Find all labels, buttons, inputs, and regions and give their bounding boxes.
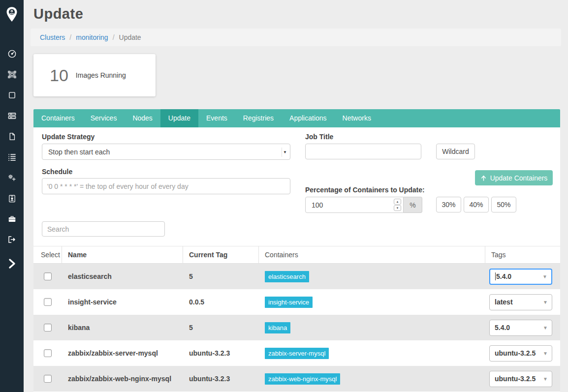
container-badge: elasticsearch bbox=[265, 271, 309, 282]
sidebar-nav bbox=[0, 43, 24, 277]
image-name: elasticsearch bbox=[62, 264, 183, 289]
table-row: insight-service 0.0.5 insight-service la… bbox=[33, 289, 560, 315]
container-badge: zabbix-server-mysql bbox=[265, 348, 329, 359]
tag-select-value: ubuntu-3.2.5 bbox=[495, 349, 536, 357]
number-spinner: ▲ ▼ bbox=[394, 199, 401, 211]
row-select-checkbox[interactable] bbox=[44, 298, 52, 306]
tab-nodes[interactable]: Nodes bbox=[125, 109, 160, 127]
table-row: kibana 5 kibana 5.4.0 ▼ bbox=[33, 315, 560, 340]
briefcase-icon[interactable] bbox=[0, 209, 24, 229]
current-tag: 5 bbox=[183, 264, 259, 289]
percentage-value[interactable]: 100 bbox=[312, 201, 323, 209]
tag-select[interactable]: 5.4.0 ▼ bbox=[489, 320, 552, 336]
tab-events[interactable]: Events bbox=[198, 109, 235, 127]
search-input[interactable] bbox=[42, 221, 165, 237]
image-name: insight-service bbox=[62, 289, 183, 315]
job-title-label: Job Title bbox=[305, 133, 333, 141]
tag-select-value: ubuntu-3.2.5 bbox=[495, 375, 536, 383]
id-card-icon[interactable] bbox=[0, 188, 24, 209]
breadcrumb-item-monitoring[interactable]: monitoring bbox=[76, 33, 108, 41]
row-select-checkbox[interactable] bbox=[44, 272, 52, 280]
tag-select-value: latest bbox=[495, 298, 513, 306]
preset-40-button[interactable]: 40% bbox=[464, 197, 489, 212]
tag-select[interactable]: latest ▼ bbox=[489, 294, 552, 310]
wildcard-button[interactable]: Wildcard bbox=[436, 144, 475, 159]
containers-cell: kibana bbox=[259, 315, 485, 340]
percent-presets: 30%40%50% bbox=[436, 197, 516, 212]
preset-30-button[interactable]: 30% bbox=[436, 197, 461, 212]
container-badge: kibana bbox=[265, 322, 290, 333]
schedule-input[interactable] bbox=[42, 178, 290, 194]
column-header-containers: Containers bbox=[259, 246, 485, 263]
current-tag: 5 bbox=[183, 315, 259, 340]
tab-containers[interactable]: Containers bbox=[33, 109, 83, 127]
chevron-down-icon: ▼ bbox=[542, 274, 547, 279]
update-strategy-label: Update Strategy bbox=[42, 133, 95, 141]
server-icon[interactable] bbox=[0, 105, 24, 126]
row-select-checkbox[interactable] bbox=[44, 324, 52, 332]
table-row: zabbix/zabbix-server-mysql ubuntu-3.2.3 … bbox=[33, 340, 560, 366]
percentage-label: Percentage of Containers to Update: bbox=[305, 186, 425, 194]
table-row: zabbix/zabbix-web-nginx-mysql ubuntu-3.2… bbox=[33, 366, 560, 392]
tab-applications[interactable]: Applications bbox=[282, 109, 335, 127]
containers-cell: elasticsearch bbox=[259, 264, 485, 289]
tag-select[interactable]: 5.4.0 ▼ bbox=[489, 269, 552, 285]
chevron-down-icon: ▼ bbox=[543, 351, 548, 356]
preset-50-button[interactable]: 50% bbox=[491, 197, 516, 212]
table-header: SelectNameCurrent TagContainersTags bbox=[33, 246, 560, 264]
update-strategy-select[interactable]: Stop then start each ▼ bbox=[42, 144, 290, 160]
table-row: elasticsearch 5 elasticsearch 5.4.0 ▼ bbox=[33, 264, 560, 289]
tab-bar: ContainersServicesNodesUpdateEventsRegis… bbox=[33, 109, 560, 127]
job-title-input[interactable] bbox=[305, 144, 421, 159]
object-group-icon[interactable] bbox=[0, 64, 24, 85]
image-name: zabbix/zabbix-web-nginx-mysql bbox=[62, 366, 183, 392]
image-name: kibana bbox=[62, 315, 183, 340]
chevron-down-icon: ▼ bbox=[543, 376, 548, 382]
tab-update[interactable]: Update bbox=[160, 109, 198, 127]
breadcrumb-separator: / bbox=[113, 33, 115, 41]
column-header-current-tag: Current Tag bbox=[183, 246, 259, 263]
settings-cogs-icon[interactable] bbox=[0, 167, 24, 188]
image-name: zabbix/zabbix-server-mysql bbox=[62, 340, 183, 366]
dashboard-gauge-icon[interactable] bbox=[0, 43, 24, 64]
update-strategy-value: Stop then start each bbox=[48, 148, 110, 156]
images-running-card: 10 Images Running bbox=[33, 54, 156, 96]
images-running-label: Images Running bbox=[76, 71, 126, 79]
container-badge: insight-service bbox=[265, 297, 313, 308]
column-header-select: Select bbox=[33, 246, 62, 263]
page-title: Update bbox=[33, 6, 83, 22]
file-icon[interactable] bbox=[0, 126, 24, 147]
tag-select-value: 5.4.0 bbox=[495, 272, 511, 280]
images-running-count: 10 bbox=[50, 66, 68, 85]
current-tag: ubuntu-3.2.3 bbox=[183, 366, 259, 392]
current-tag: ubuntu-3.2.3 bbox=[183, 340, 259, 366]
update-containers-button[interactable]: Update Containers bbox=[475, 170, 553, 185]
tab-networks[interactable]: Networks bbox=[335, 109, 379, 127]
row-select-checkbox[interactable] bbox=[44, 349, 52, 357]
containers-cell: insight-service bbox=[259, 289, 485, 315]
percent-addon-button[interactable]: % bbox=[404, 197, 422, 213]
square-icon[interactable] bbox=[0, 85, 24, 105]
tag-select[interactable]: ubuntu-3.2.5 ▼ bbox=[489, 371, 552, 387]
spinner-down-icon[interactable]: ▼ bbox=[394, 205, 401, 211]
tab-services[interactable]: Services bbox=[83, 109, 125, 127]
column-header-tags: Tags bbox=[485, 246, 560, 263]
tag-select[interactable]: ubuntu-3.2.5 ▼ bbox=[489, 345, 552, 362]
containers-cell: zabbix-web-nginx-mysql bbox=[259, 366, 485, 392]
arrow-up-icon bbox=[480, 175, 487, 181]
row-select-checkbox[interactable] bbox=[44, 375, 52, 383]
brand-pin-logo-icon[interactable] bbox=[0, 5, 24, 25]
breadcrumb-item-clusters[interactable]: Clusters bbox=[40, 33, 65, 41]
sign-out-icon[interactable] bbox=[0, 229, 24, 250]
breadcrumb-item-update: Update bbox=[119, 33, 141, 41]
images-table: SelectNameCurrent TagContainersTags elas… bbox=[33, 246, 560, 392]
breadcrumb: Clusters/monitoring/Update bbox=[31, 29, 561, 46]
chevron-down-icon: ▼ bbox=[543, 325, 548, 331]
list-icon[interactable] bbox=[0, 147, 24, 167]
percentage-input-group: 100 ▲ ▼ % bbox=[305, 197, 422, 213]
spinner-up-icon[interactable]: ▲ bbox=[394, 199, 401, 205]
containers-cell: zabbix-server-mysql bbox=[259, 340, 485, 366]
expand-chevron-icon[interactable] bbox=[0, 250, 24, 277]
breadcrumb-separator: / bbox=[69, 33, 71, 41]
tab-registries[interactable]: Registries bbox=[235, 109, 282, 127]
